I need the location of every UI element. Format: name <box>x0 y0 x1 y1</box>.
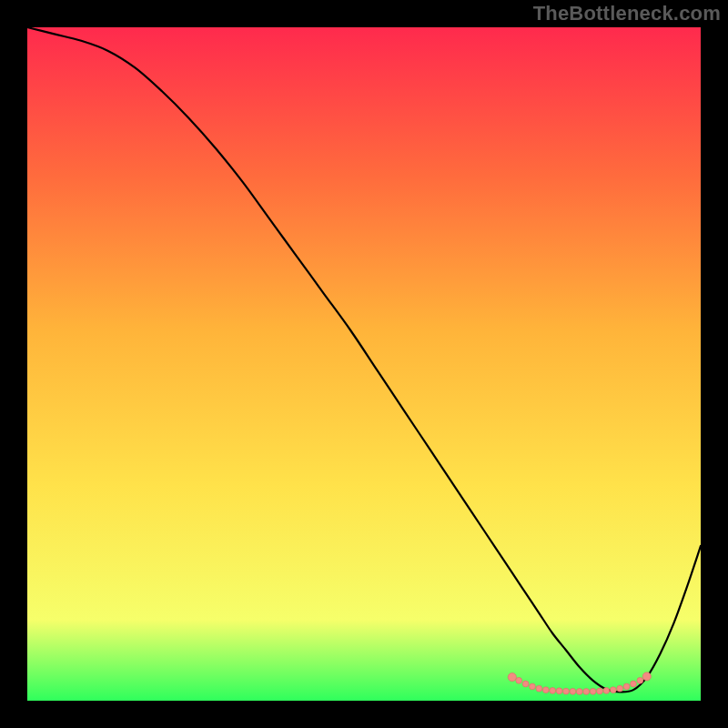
marker-dot <box>642 672 651 681</box>
marker-dot <box>583 689 590 695</box>
watermark-text: TheBottleneck.com <box>533 2 721 25</box>
marker-dot <box>597 688 603 694</box>
marker-dot <box>542 687 549 693</box>
marker-dot <box>576 689 582 695</box>
marker-dot <box>623 683 630 690</box>
marker-dot <box>530 683 536 690</box>
chart-container: TheBottleneck.com <box>0 0 728 728</box>
marker-dot <box>590 688 596 694</box>
marker-dot <box>631 681 637 687</box>
marker-dot <box>522 681 529 687</box>
marker-dot <box>603 688 610 694</box>
marker-dot <box>536 685 542 692</box>
marker-dot <box>570 688 576 694</box>
marker-dot <box>550 688 556 694</box>
marker-dot <box>610 687 616 693</box>
marker-dot <box>508 673 516 682</box>
marker-dot <box>516 677 522 683</box>
marker-dot <box>617 685 623 692</box>
bottleneck-chart <box>0 0 728 728</box>
marker-dot <box>556 688 562 694</box>
marker-dot <box>563 688 570 694</box>
plot-area-gradient <box>27 27 701 701</box>
marker-dot <box>637 677 643 683</box>
